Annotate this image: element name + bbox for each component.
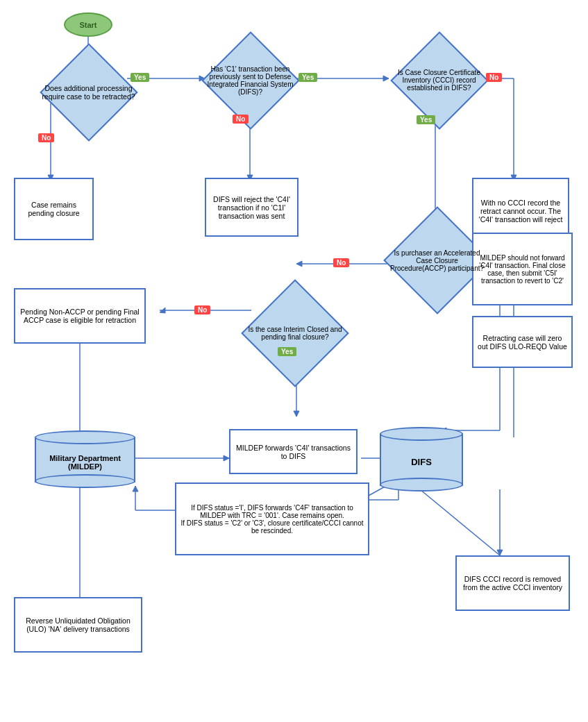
r9-text: DIFS CCCI record is removed from the act… (460, 575, 565, 591)
difs-cylinder: DIFS (380, 427, 463, 489)
svg-marker-26 (224, 455, 229, 461)
d3-no-label: No (486, 73, 502, 82)
r4-box: Pending Non-ACCP or pending Final ACCP c… (14, 288, 146, 344)
r9-box: DIFS CCCI record is removed from the act… (455, 555, 570, 611)
d1-yes-label: Yes (131, 73, 149, 82)
r7-box: Retracting case will zero out DIFS ULO-R… (472, 316, 573, 368)
svg-marker-39 (133, 486, 138, 492)
r6-box: MILDEP forwards 'C4I' transactions to DI… (229, 429, 358, 474)
svg-marker-16 (296, 261, 302, 267)
r8-box: If DIFS status ='I', DIFS forwards 'C4F'… (175, 482, 369, 555)
d5-text: Is the case Interim Closed and pending f… (246, 326, 344, 341)
d2-text: Has 'C1' transaction been previously sen… (202, 65, 299, 96)
diamond-d5: Is the case Interim Closed and pending f… (240, 288, 351, 378)
r6-text: MILDEP forwards 'C4I' transactions to DI… (234, 444, 353, 460)
flowchart: Start Does additional processing require… (0, 0, 588, 722)
d5-no-label: No (194, 305, 210, 314)
r2-text: DIFS will reject the 'C4I' transaction i… (210, 195, 294, 220)
r5-box: MILDEP should not forward 'C4I' transact… (472, 233, 573, 305)
svg-marker-22 (294, 411, 299, 417)
d5-yes-label: Yes (278, 347, 296, 356)
d3-yes-label: Yes (417, 115, 435, 124)
svg-line-42 (420, 489, 500, 555)
mildep-label: Military Department (MILDEP) (36, 448, 134, 471)
d4-no-label: No (333, 258, 349, 267)
r1-text: Case remains pending closure (19, 201, 89, 217)
r7-text: Retracting case will zero out DIFS ULO-R… (477, 334, 568, 351)
r2-box: DIFS will reject the 'C4I' transaction i… (205, 178, 299, 237)
d1-text: Does additional processing require case … (40, 84, 137, 101)
difs-label: DIFS (411, 451, 432, 467)
r10-box: Reverse Unliquidated Obligation (ULO) 'N… (14, 597, 142, 653)
diamond-d1: Does additional processing require case … (14, 54, 163, 131)
d2-yes-label: Yes (299, 73, 317, 82)
d2-no-label: No (233, 115, 249, 124)
start-label: Start (79, 21, 96, 29)
d3-text: Is Case Closure Certificate Inventory (C… (391, 69, 488, 92)
start-node: Start (64, 12, 112, 37)
svg-marker-44 (497, 550, 503, 555)
r1-box: Case remains pending closure (14, 178, 94, 240)
mildep-cylinder: Military Department (MILDEP) (35, 430, 135, 486)
r8-text: If DIFS status ='I', DIFS forwards 'C4F'… (180, 504, 364, 535)
diamond-d2: Has 'C1' transaction been previously sen… (196, 44, 304, 117)
r4-text: Pending Non-ACCP or pending Final ACCP c… (19, 308, 141, 324)
r10-text: Reverse Unliquidated Obligation (ULO) 'N… (19, 616, 137, 633)
d4-text: Is purchaser an Accelerated Case Closure… (389, 249, 486, 272)
d1-no-label: No (38, 133, 54, 142)
svg-marker-20 (160, 308, 165, 313)
diamond-d3: Is Case Closure Certificate Inventory (C… (385, 44, 493, 117)
r5-text: MILDEP should not forward 'C4I' transact… (477, 254, 568, 285)
